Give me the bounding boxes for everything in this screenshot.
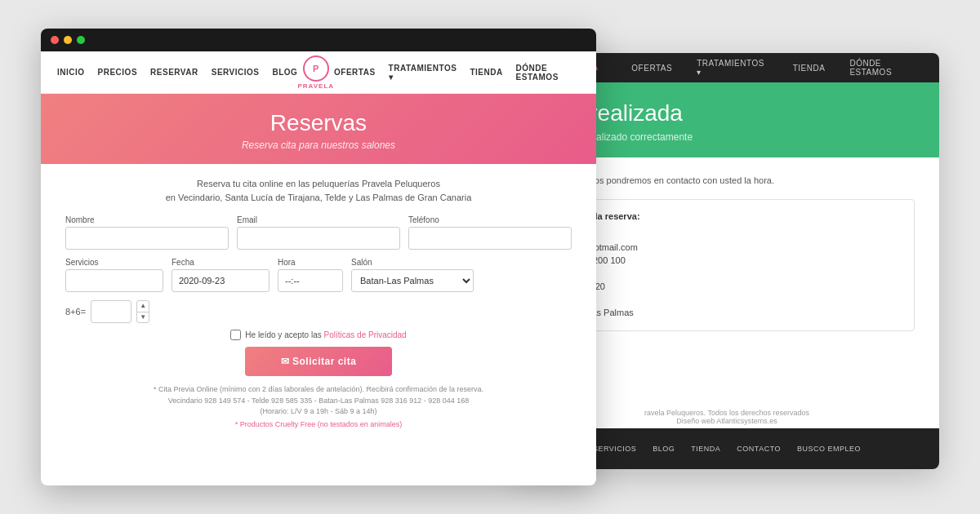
form-footer: * Cita Previa Online (mínimo con 2 días … xyxy=(65,384,572,418)
nav-left: INICIO PRECIOS RESERVAR SERVICIOS BLOG xyxy=(57,68,297,77)
captcha-input[interactable] xyxy=(91,300,131,323)
booking-subtitle: Reserva cita para nuestros salones xyxy=(65,140,572,151)
hora-group: Hora xyxy=(278,258,343,292)
back-nav-ofertas[interactable]: OFERTAS xyxy=(631,64,672,73)
nav-tratamientos[interactable]: TRATAMIENTOS ▾ xyxy=(389,64,457,82)
list-item: +34600 200 100 xyxy=(555,254,899,267)
list-item: 16:00 xyxy=(555,293,899,306)
datos-title: Datos de la reserva: xyxy=(555,211,899,221)
form-row-1: Nombre Email Teléfono xyxy=(65,215,572,250)
footer-blog[interactable]: BLOG xyxy=(653,445,675,453)
form-row-3: 8+6= ▲ ▼ xyxy=(65,300,572,323)
captcha-down-arrow[interactable]: ▼ xyxy=(137,312,149,323)
booking-hero: Reservas Reserva cita para nuestros salo… xyxy=(41,94,596,164)
nav-tienda[interactable]: TIENDA xyxy=(470,68,502,77)
list-item: Laura xyxy=(555,228,899,241)
form-footer-red: * Productos Cruelty Free (no testados en… xyxy=(65,420,572,428)
captcha-group: 8+6= ▲ ▼ xyxy=(65,300,149,323)
front-logo-circle: P xyxy=(303,55,329,82)
footer-empleo[interactable]: BUSCO EMPLEO xyxy=(797,445,861,453)
privacy-label: He leído y acepto las Políticas de Priva… xyxy=(245,330,406,339)
submit-button[interactable]: ✉ Solicitar cita xyxy=(245,347,392,376)
back-nav-tienda[interactable]: TIENDA xyxy=(793,64,826,73)
front-logo-text: PRAVELA xyxy=(297,82,334,90)
salon-group: Salón Batan-Las Palmas Vecindario Santa … xyxy=(351,258,474,292)
nav-inicio[interactable]: INICIO xyxy=(57,68,85,77)
list-item: Corte xyxy=(555,267,899,280)
back-nav-donde[interactable]: DÓNDE ESTAMOS xyxy=(849,59,923,77)
nombre-input[interactable] xyxy=(65,227,229,250)
footer-tienda[interactable]: TIENDA xyxy=(691,445,720,453)
fecha-input[interactable] xyxy=(172,269,270,292)
list-item: 25/09/2020 xyxy=(555,280,899,293)
datos-list: Laura laura@hotmail.com +34600 200 100 C… xyxy=(555,228,899,319)
nombre-label: Nombre xyxy=(65,215,229,224)
fecha-group: Fecha xyxy=(172,258,270,292)
form-row-2: Servicios Fecha Hora Salón Batan-Las Pal… xyxy=(65,258,572,292)
booking-window: INICIO PRECIOS RESERVAR SERVICIOS BLOG P… xyxy=(41,29,596,485)
salon-select[interactable]: Batan-Las Palmas Vecindario Santa Lucía … xyxy=(351,269,474,292)
nav-donde[interactable]: DÓNDE ESTAMOS xyxy=(516,64,580,82)
title-bar xyxy=(41,29,596,51)
dot-red[interactable] xyxy=(51,36,59,44)
back-nav-tratamientos[interactable]: TRATAMIENTOS ▾ xyxy=(697,59,768,77)
servicios-input[interactable] xyxy=(65,269,163,292)
dot-yellow[interactable] xyxy=(64,36,72,44)
servicios-label: Servicios xyxy=(65,258,163,267)
scene: P PRAVELA OFERTAS TRATAMIENTOS ▾ TIENDA … xyxy=(41,29,939,485)
servicios-group: Servicios xyxy=(65,258,163,292)
nav-reservar[interactable]: RESERVAR xyxy=(150,68,198,77)
email-group: Email xyxy=(237,215,400,250)
dot-green[interactable] xyxy=(77,36,85,44)
nombre-group: Nombre xyxy=(65,215,229,250)
captcha-up-arrow[interactable]: ▲ xyxy=(137,301,149,312)
nav-ofertas[interactable]: OFERTAS xyxy=(334,68,376,77)
nav-blog[interactable]: BLOG xyxy=(273,68,298,77)
captcha-arrows[interactable]: ▲ ▼ xyxy=(136,300,149,323)
telefono-input[interactable] xyxy=(408,227,572,250)
footer-servicios[interactable]: SERVICIOS xyxy=(593,445,636,453)
privacy-link[interactable]: Políticas de Privacidad xyxy=(324,330,407,339)
form-intro: Reserva tu cita online en las peluquería… xyxy=(65,177,572,204)
list-item: Batan-Las Palmas xyxy=(555,306,899,319)
hora-input[interactable] xyxy=(278,269,343,292)
footer-contacto[interactable]: CONTACTO xyxy=(737,445,781,453)
email-input[interactable] xyxy=(237,227,400,250)
nav-precios[interactable]: PRECIOS xyxy=(98,68,138,77)
front-logo[interactable]: P PRAVELA xyxy=(297,55,334,90)
booking-title: Reservas xyxy=(65,110,572,136)
captcha-label: 8+6= xyxy=(65,307,86,317)
hora-label: Hora xyxy=(278,258,343,267)
email-label: Email xyxy=(237,215,400,224)
fecha-label: Fecha xyxy=(172,258,270,267)
privacy-row: He leído y acepto las Políticas de Priva… xyxy=(65,330,572,340)
front-nav: INICIO PRECIOS RESERVAR SERVICIOS BLOG P… xyxy=(41,51,596,94)
nav-servicios[interactable]: SERVICIOS xyxy=(212,68,260,77)
booking-form-area: Reserva tu cita online en las peluquería… xyxy=(41,164,596,438)
list-item: laura@hotmail.com xyxy=(555,241,899,254)
telefono-group: Teléfono xyxy=(408,215,572,250)
privacy-checkbox[interactable] xyxy=(230,330,241,340)
salon-label: Salón xyxy=(351,258,474,267)
telefono-label: Teléfono xyxy=(408,215,572,224)
nav-right: OFERTAS TRATAMIENTOS ▾ TIENDA DÓNDE ESTA… xyxy=(334,64,580,82)
